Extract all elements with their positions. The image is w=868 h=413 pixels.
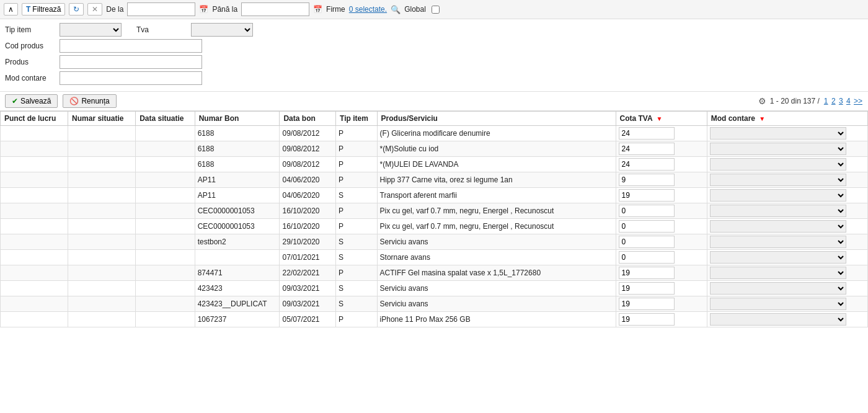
cancel-button[interactable]: 🚫 Renunța <box>63 94 116 108</box>
cell-numar-bon: 6188 <box>195 126 280 141</box>
mod-contare-input[interactable] <box>60 71 202 85</box>
cota-input[interactable] <box>619 236 675 248</box>
cell-produs: *(M)ULEI DE LAVANDA <box>377 157 616 172</box>
de-la-calendar-icon[interactable]: 📅 <box>199 5 208 14</box>
tip-item-label: Tip item <box>5 25 55 34</box>
cota-input[interactable] <box>619 158 675 171</box>
table-row: 6188 09/08/2012 P (F) Glicerina modifica… <box>1 126 868 141</box>
cell-punct <box>1 265 68 281</box>
cota-input[interactable] <box>619 267 675 279</box>
page-4-link[interactable]: 4 <box>846 97 851 105</box>
cell-cota <box>616 312 707 327</box>
page-2-link[interactable]: 2 <box>831 97 836 105</box>
mod-select[interactable] <box>710 205 846 217</box>
produs-input[interactable] <box>60 55 202 69</box>
cell-numar-sit <box>68 157 136 172</box>
toolbar: ∧ T Filtrează ↻ ✕ De la 📅 Până la 📅 Firm… <box>0 0 868 19</box>
cell-data-sit <box>136 281 195 296</box>
cell-punct <box>1 141 68 157</box>
clear-button[interactable]: ✕ <box>87 3 102 16</box>
mod-select[interactable] <box>710 251 846 264</box>
cell-data-sit <box>136 234 195 250</box>
cell-mod <box>707 188 867 203</box>
pana-la-input[interactable] <box>241 2 309 16</box>
firme-link[interactable]: 0 selectate. <box>349 5 387 14</box>
cell-data-bon: 16/10/2020 <box>280 203 336 219</box>
cota-input[interactable] <box>619 313 675 326</box>
collapse-button[interactable]: ∧ <box>4 3 18 16</box>
cota-input[interactable] <box>619 220 675 233</box>
th-numar-sit: Numar situatie <box>68 112 136 126</box>
table-row: 07/01/2021 S Stornare avans <box>1 250 868 265</box>
filter-row-produs: Produs <box>5 55 863 69</box>
cota-input[interactable] <box>619 282 675 295</box>
cell-numar-bon: 423423__DUPLICAT <box>195 296 280 312</box>
cell-punct <box>1 250 68 265</box>
cell-cota <box>616 188 707 203</box>
tip-item-select[interactable]: P S <box>60 23 122 37</box>
cota-sort-icon[interactable]: ▼ <box>657 115 663 122</box>
cell-numar-bon: CEC0000001053 <box>195 203 280 219</box>
mod-select[interactable] <box>710 298 846 310</box>
mod-select[interactable] <box>710 158 846 171</box>
cell-tip: P <box>336 203 378 219</box>
mod-select[interactable] <box>710 282 846 295</box>
cota-input[interactable] <box>619 205 675 217</box>
firme-label: Firme <box>326 5 345 14</box>
page-3-link[interactable]: 3 <box>839 97 843 105</box>
save-button[interactable]: ✔ Salvează <box>5 94 58 108</box>
page-1-link[interactable]: 1 <box>824 97 828 105</box>
cell-numar-bon: 423423 <box>195 281 280 296</box>
cota-input[interactable] <box>619 127 675 140</box>
table-row: CEC0000001053 16/10/2020 P Pix cu gel, v… <box>1 219 868 234</box>
cell-mod <box>707 126 867 141</box>
page-next-link[interactable]: >> <box>854 97 862 105</box>
cell-tip: S <box>336 250 378 265</box>
pana-la-calendar-icon[interactable]: 📅 <box>313 5 322 14</box>
cell-tip: S <box>336 296 378 312</box>
save-label: Salvează <box>20 97 51 105</box>
cota-input[interactable] <box>619 251 675 264</box>
cell-data-bon: 09/08/2012 <box>280 126 336 141</box>
gear-icon[interactable]: ⚙ <box>758 96 766 106</box>
cell-numar-bon: AP11 <box>195 172 280 188</box>
de-la-input[interactable] <box>127 2 195 16</box>
mod-select[interactable] <box>710 143 846 155</box>
table-row: AP11 04/06/2020 S Transport aferent marf… <box>1 188 868 203</box>
cell-produs: Stornare avans <box>377 250 616 265</box>
mod-select[interactable] <box>710 220 846 233</box>
search-icon[interactable]: 🔍 <box>391 5 401 14</box>
cota-input[interactable] <box>619 189 675 202</box>
mod-select[interactable] <box>710 236 846 248</box>
cell-numar-sit <box>68 281 136 296</box>
cell-produs: (F) Glicerina modificare denumire <box>377 126 616 141</box>
mod-select[interactable] <box>710 174 846 186</box>
cell-punct <box>1 172 68 188</box>
mod-sort-icon[interactable]: ▼ <box>759 115 765 122</box>
cell-mod <box>707 203 867 219</box>
refresh-button[interactable]: ↻ <box>69 3 84 16</box>
cell-punct <box>1 126 68 141</box>
mod-select[interactable] <box>710 189 846 202</box>
tva-select[interactable] <box>191 23 253 37</box>
pagination-text: 1 - 20 din 137 / <box>770 97 820 105</box>
mod-select[interactable] <box>710 313 846 326</box>
cell-tip: P <box>336 219 378 234</box>
cod-produs-input[interactable] <box>60 39 202 53</box>
cota-input[interactable] <box>619 143 675 155</box>
cota-input[interactable] <box>619 298 675 310</box>
cell-data-bon: 22/02/2021 <box>280 265 336 281</box>
cell-data-bon: 09/03/2021 <box>280 281 336 296</box>
mod-select[interactable] <box>710 267 846 279</box>
cota-input[interactable] <box>619 174 675 186</box>
mod-select[interactable] <box>710 127 846 140</box>
global-checkbox[interactable] <box>432 6 440 14</box>
table-row: AP11 04/06/2020 P Hipp 377 Carne vita, o… <box>1 172 868 188</box>
cell-punct <box>1 296 68 312</box>
check-icon: ✔ <box>12 97 18 105</box>
filter-button[interactable]: T Filtrează <box>22 3 65 16</box>
cell-produs: Transport aferent marfii <box>377 188 616 203</box>
cell-data-sit <box>136 157 195 172</box>
cell-mod <box>707 296 867 312</box>
cell-numar-sit <box>68 265 136 281</box>
